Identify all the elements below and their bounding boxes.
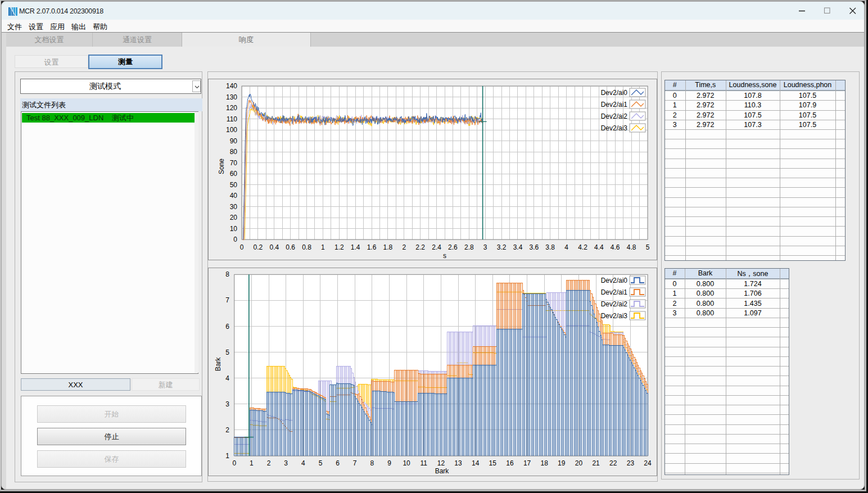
svg-text:2: 2	[225, 426, 229, 434]
svg-text:15: 15	[489, 459, 497, 467]
svg-text:20: 20	[230, 214, 238, 221]
svg-text:12: 12	[437, 459, 445, 467]
svg-text:0.8: 0.8	[302, 243, 311, 251]
svg-text:Dev2/ai3: Dev2/ai3	[601, 124, 628, 132]
svg-text:2.8: 2.8	[464, 243, 474, 251]
svg-text:2: 2	[402, 243, 406, 251]
svg-text:70: 70	[230, 159, 238, 167]
svg-text:40: 40	[230, 192, 238, 200]
svg-text:14: 14	[472, 459, 480, 467]
svg-text:5: 5	[646, 243, 650, 251]
svg-text:10: 10	[230, 225, 238, 233]
svg-text:8: 8	[225, 270, 229, 278]
svg-text:9: 9	[387, 459, 391, 467]
svg-text:10: 10	[403, 459, 410, 467]
svg-text:8: 8	[370, 459, 374, 467]
svg-text:Dev2/ai0: Dev2/ai0	[601, 277, 628, 284]
svg-text:Dev2/ai1: Dev2/ai1	[601, 288, 628, 296]
svg-text:5: 5	[225, 349, 229, 356]
svg-text:21: 21	[592, 459, 600, 467]
svg-text:1.8: 1.8	[383, 243, 393, 251]
svg-text:22: 22	[609, 459, 617, 467]
svg-text:0.2: 0.2	[254, 243, 263, 251]
svg-text:4.6: 4.6	[611, 243, 620, 251]
svg-text:5: 5	[319, 459, 323, 467]
svg-text:3.8: 3.8	[545, 243, 555, 251]
svg-text:20: 20	[575, 459, 583, 467]
svg-text:100: 100	[226, 126, 237, 134]
svg-text:Bark: Bark	[435, 467, 450, 475]
svg-text:60: 60	[230, 170, 238, 178]
svg-text:18: 18	[541, 459, 549, 467]
svg-text:s: s	[443, 252, 446, 260]
svg-text:4.8: 4.8	[627, 243, 636, 251]
svg-text:3: 3	[483, 243, 487, 251]
svg-text:23: 23	[627, 459, 635, 467]
svg-text:11: 11	[421, 459, 428, 467]
svg-text:Dev2/ai2: Dev2/ai2	[601, 112, 628, 120]
svg-text:0: 0	[240, 243, 244, 251]
svg-text:80: 80	[230, 148, 238, 156]
svg-text:90: 90	[230, 137, 238, 145]
svg-text:Dev2/ai0: Dev2/ai0	[601, 89, 628, 97]
svg-text:3: 3	[225, 400, 229, 408]
svg-text:4: 4	[301, 459, 305, 467]
svg-text:1.2: 1.2	[334, 243, 344, 251]
svg-text:Bark: Bark	[214, 357, 222, 372]
svg-text:0: 0	[232, 459, 236, 467]
svg-text:3.4: 3.4	[513, 243, 523, 251]
svg-text:0: 0	[233, 236, 237, 243]
svg-text:19: 19	[558, 459, 566, 467]
svg-text:1.4: 1.4	[351, 243, 360, 251]
svg-text:3.6: 3.6	[529, 243, 539, 251]
svg-text:0.4: 0.4	[269, 243, 279, 251]
svg-text:Dev2/ai3: Dev2/ai3	[601, 312, 628, 320]
svg-text:7: 7	[353, 459, 357, 467]
svg-text:2: 2	[267, 459, 271, 467]
svg-text:120: 120	[226, 104, 237, 112]
svg-text:3: 3	[284, 459, 288, 467]
svg-text:6: 6	[336, 459, 340, 467]
svg-text:4: 4	[564, 243, 568, 251]
svg-text:130: 130	[226, 93, 237, 101]
svg-text:50: 50	[230, 181, 238, 189]
svg-text:140: 140	[226, 82, 237, 90]
svg-text:Dev2/ai2: Dev2/ai2	[601, 300, 628, 308]
svg-text:2.6: 2.6	[448, 243, 458, 251]
svg-text:16: 16	[506, 459, 514, 467]
svg-text:3.2: 3.2	[497, 243, 507, 251]
svg-text:1: 1	[321, 243, 325, 251]
svg-text:Dev2/ai1: Dev2/ai1	[601, 101, 628, 108]
svg-text:24: 24	[644, 459, 652, 467]
svg-text:Sone: Sone	[218, 159, 225, 174]
svg-text:4.4: 4.4	[594, 243, 604, 251]
svg-text:4: 4	[225, 374, 229, 382]
svg-text:13: 13	[454, 459, 462, 467]
svg-text:30: 30	[230, 203, 238, 211]
svg-text:17: 17	[523, 459, 531, 467]
svg-text:2.4: 2.4	[432, 243, 441, 251]
svg-text:1: 1	[250, 459, 254, 467]
svg-text:2.2: 2.2	[415, 243, 425, 251]
svg-text:0.6: 0.6	[286, 243, 295, 251]
svg-text:6: 6	[225, 323, 229, 331]
svg-text:4.2: 4.2	[578, 243, 587, 251]
svg-text:7: 7	[225, 296, 229, 304]
svg-text:110: 110	[227, 115, 237, 123]
svg-text:1: 1	[225, 452, 229, 460]
svg-text:1.6: 1.6	[367, 243, 377, 251]
